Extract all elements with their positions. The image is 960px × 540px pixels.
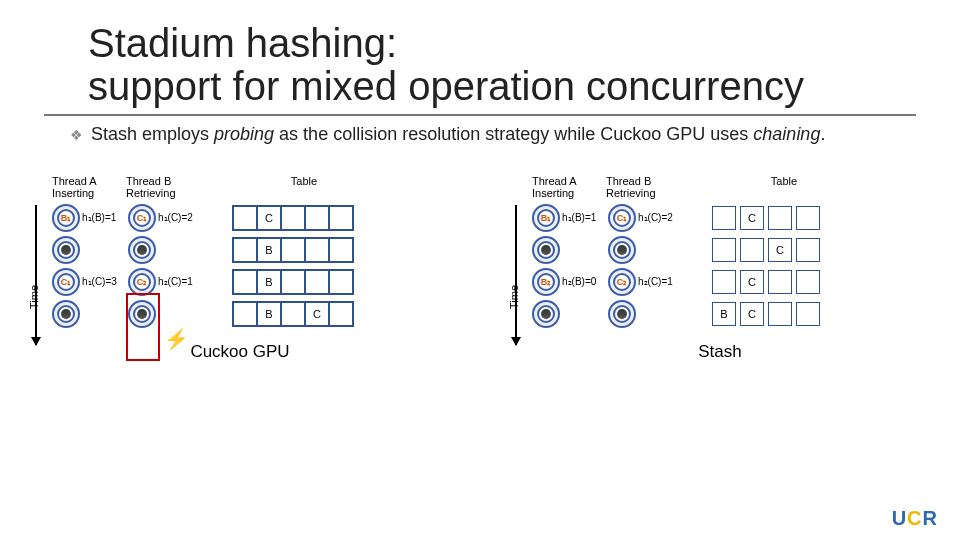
hash-label: h₂(C)=1	[638, 276, 682, 287]
diagram-row: B₂h₂(B)=0C₂h₂(C)=1C	[532, 268, 930, 296]
table-cell	[305, 206, 329, 230]
chain-cell	[712, 270, 736, 294]
slide-title: Stadium hashing: support for mixed opera…	[0, 0, 960, 108]
bullet-line: ❖ Stash employs probing as the collision…	[0, 116, 960, 145]
hash-label: h₂(B)=0	[562, 276, 606, 287]
chain-cell	[712, 206, 736, 230]
hash-table: C	[232, 205, 354, 231]
chain-cell	[712, 238, 736, 262]
diagram-row: B₁h₁(B)=1C₁h₁(C)=2C	[532, 204, 930, 232]
thread-node: C₂	[608, 268, 636, 296]
thread-node: C₁	[608, 204, 636, 232]
collision-lightning-icon: ⚡	[164, 327, 189, 351]
cuckoo-sublabel: Cuckoo GPU	[30, 342, 450, 362]
table-cell	[281, 302, 305, 326]
hash-chain: BC	[712, 302, 824, 326]
diagram-row: C	[532, 236, 930, 264]
chain-cell	[796, 302, 820, 326]
bullet-diamond-icon: ❖	[70, 127, 83, 143]
thread-node: C₁	[128, 204, 156, 232]
thread-node: B₁	[52, 204, 80, 232]
thread-node: C₂	[128, 268, 156, 296]
chain-cell	[796, 206, 820, 230]
table-label: Table	[244, 175, 364, 199]
ucr-logo: UCR	[892, 507, 938, 530]
hash-chain: C	[712, 238, 824, 262]
thread-a-label: Thread A Inserting	[52, 175, 126, 199]
table-label: Table	[724, 175, 844, 199]
chain-cell	[796, 238, 820, 262]
stash-diagram: Time Thread A Inserting Thread B Retriev…	[510, 175, 930, 361]
thread-a-label: Thread A Inserting	[532, 175, 606, 199]
table-cell	[281, 206, 305, 230]
gear-icon	[608, 236, 636, 264]
diagram-row: C₁h₁(C)=3C₂h₂(C)=1B	[52, 268, 450, 296]
chain-cell: B	[712, 302, 736, 326]
hash-table: B	[232, 237, 354, 263]
chain-cell	[768, 206, 792, 230]
chain-cell: C	[768, 238, 792, 262]
diagram-row: BC	[52, 300, 450, 328]
hash-label: h₁(B)=1	[562, 212, 606, 223]
gear-icon	[532, 300, 560, 328]
thread-node: B₂	[532, 268, 560, 296]
gear-icon	[128, 236, 156, 264]
table-cell	[233, 270, 257, 294]
hash-label: h₁(C)=2	[158, 212, 202, 223]
hash-chain: C	[712, 206, 824, 230]
table-cell	[329, 302, 353, 326]
chain-cell: C	[740, 302, 764, 326]
diagram-row: B₁h₁(B)=1C₁h₁(C)=2C	[52, 204, 450, 232]
cuckoo-diagram: Time Thread A Inserting Thread B Retriev…	[30, 175, 450, 361]
table-cell	[233, 206, 257, 230]
table-cell: B	[257, 238, 281, 262]
table-cell	[305, 270, 329, 294]
table-cell	[281, 270, 305, 294]
chain-cell	[796, 270, 820, 294]
table-cell	[329, 238, 353, 262]
thread-b-label: Thread B Retrieving	[606, 175, 684, 199]
table-cell	[233, 302, 257, 326]
chain-cell	[768, 302, 792, 326]
hash-table: BC	[232, 301, 354, 327]
hash-label: h₂(C)=1	[158, 276, 202, 287]
table-cell	[329, 270, 353, 294]
stash-sublabel: Stash	[510, 342, 930, 362]
chain-cell: C	[740, 270, 764, 294]
table-cell	[281, 238, 305, 262]
table-cell	[233, 238, 257, 262]
table-cell: B	[257, 302, 281, 326]
thread-node: B₁	[532, 204, 560, 232]
gear-icon	[52, 236, 80, 264]
hash-label: h₁(C)=3	[82, 276, 126, 287]
hash-chain: C	[712, 270, 824, 294]
hash-label: h₁(B)=1	[82, 212, 126, 223]
table-cell	[329, 206, 353, 230]
chain-cell	[740, 238, 764, 262]
thread-node: C₁	[52, 268, 80, 296]
time-axis-stash: Time	[508, 205, 522, 345]
time-axis-cuckoo: Time	[28, 205, 42, 345]
table-cell	[305, 238, 329, 262]
diagram-row: B	[52, 236, 450, 264]
collision-highlight-box	[126, 293, 160, 361]
hash-table: B	[232, 269, 354, 295]
table-cell: C	[305, 302, 329, 326]
hash-label: h₁(C)=2	[638, 212, 682, 223]
chain-cell	[768, 270, 792, 294]
thread-b-label: Thread B Retrieving	[126, 175, 204, 199]
chain-cell: C	[740, 206, 764, 230]
table-cell: C	[257, 206, 281, 230]
table-cell: B	[257, 270, 281, 294]
gear-icon	[608, 300, 636, 328]
gear-icon	[532, 236, 560, 264]
gear-icon	[52, 300, 80, 328]
diagram-row: BC	[532, 300, 930, 328]
